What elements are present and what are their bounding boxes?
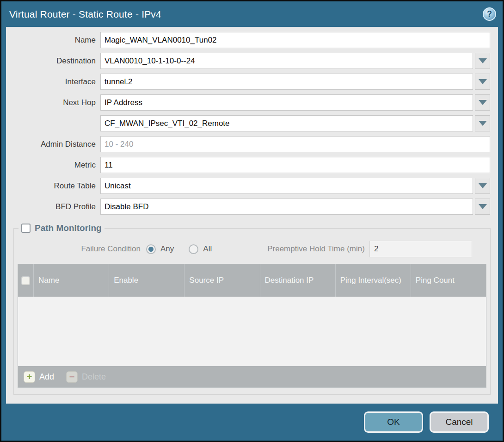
next-hop-type-input[interactable] — [100, 94, 473, 111]
failure-condition-label: Failure Condition — [18, 244, 146, 254]
route-table-label: Route Table — [6, 181, 100, 191]
path-monitoring-section: Path Monitoring Failure Condition Any Al… — [13, 223, 491, 395]
chevron-down-icon — [479, 79, 487, 84]
destination-dropdown-button[interactable] — [475, 53, 490, 69]
metric-input[interactable] — [100, 157, 490, 173]
radio-any[interactable]: Any — [146, 244, 174, 254]
column-header-source-ip[interactable]: Source IP — [184, 264, 260, 297]
dialog-window: Virtual Router - Static Route - IPv4 ? N… — [0, 0, 504, 442]
interface-dropdown-button[interactable] — [475, 74, 490, 90]
minus-icon: − — [66, 371, 78, 383]
metric-label: Metric — [6, 161, 100, 170]
delete-button[interactable]: − Delete — [66, 371, 106, 383]
preemptive-hold-time-label: Preemptive Hold Time (min) — [267, 244, 365, 254]
add-button[interactable]: + Add — [24, 371, 54, 383]
interface-input[interactable] — [100, 74, 473, 90]
next-hop-address-dropdown-button[interactable] — [475, 115, 490, 131]
form-row-route-table: Route Table — [6, 178, 490, 194]
form-row-name: Name — [6, 32, 490, 48]
name-label: Name — [6, 36, 100, 45]
column-header-ping-count[interactable]: Ping Count — [411, 264, 486, 297]
dialog-body: Name Destination Interface — [6, 27, 498, 404]
radio-any-circle[interactable] — [146, 244, 156, 254]
plus-icon: + — [24, 371, 35, 383]
table-header-row: Name Enable Source IP Destination IP Pin… — [18, 264, 486, 297]
destination-input[interactable] — [100, 53, 473, 69]
chevron-down-icon — [479, 121, 487, 126]
select-all-checkbox[interactable] — [22, 277, 30, 285]
column-header-destination-ip[interactable]: Destination IP — [260, 264, 336, 297]
failure-condition-radio-group: Any All — [146, 244, 212, 254]
column-header-ping-interval[interactable]: Ping Interval(sec) — [336, 264, 411, 297]
dialog-title: Virtual Router - Static Route - IPv4 — [9, 9, 161, 20]
titlebar: Virtual Router - Static Route - IPv4 ? — [1, 1, 503, 27]
form-row-interface: Interface — [6, 74, 490, 90]
radio-any-label: Any — [160, 244, 174, 254]
column-header-name[interactable]: Name — [34, 264, 109, 297]
form-row-bfd-profile: BFD Profile — [6, 199, 490, 215]
path-monitoring-checkbox[interactable] — [21, 224, 31, 233]
table-body-empty — [18, 297, 486, 366]
help-icon[interactable]: ? — [483, 7, 496, 21]
route-table-dropdown-button[interactable] — [475, 178, 490, 194]
bfd-profile-label: BFD Profile — [6, 202, 100, 212]
failure-condition-row: Failure Condition Any All Preemptive Hol… — [18, 241, 485, 257]
chevron-down-icon — [479, 183, 487, 188]
form-row-metric: Metric — [6, 157, 490, 173]
chevron-down-icon — [479, 204, 487, 209]
form-row-destination: Destination — [6, 53, 490, 69]
column-header-enable[interactable]: Enable — [109, 264, 184, 297]
next-hop-label: Next Hop — [6, 98, 100, 107]
form-row-next-hop-address — [6, 115, 490, 131]
path-monitoring-table: Name Enable Source IP Destination IP Pin… — [18, 264, 486, 388]
destination-label: Destination — [6, 56, 100, 66]
admin-distance-input[interactable] — [100, 136, 490, 152]
name-input[interactable] — [100, 32, 490, 48]
table-toolbar: + Add − Delete — [18, 366, 486, 387]
form-row-admin-distance: Admin Distance — [6, 136, 490, 152]
chevron-down-icon — [479, 58, 487, 63]
cancel-button[interactable]: Cancel — [430, 411, 489, 433]
radio-all[interactable]: All — [189, 244, 212, 254]
table-header-checkbox-cell — [18, 264, 34, 297]
preemptive-hold-time-input[interactable] — [369, 241, 472, 257]
path-monitoring-legend: Path Monitoring — [18, 223, 104, 233]
next-hop-address-input[interactable] — [100, 115, 473, 131]
route-table-input[interactable] — [100, 178, 473, 194]
chevron-down-icon — [479, 100, 487, 105]
interface-label: Interface — [6, 77, 100, 87]
next-hop-type-dropdown-button[interactable] — [475, 94, 490, 111]
form-row-next-hop: Next Hop — [6, 94, 490, 111]
ok-button[interactable]: OK — [364, 411, 423, 433]
dialog-footer: OK Cancel — [1, 404, 503, 441]
bfd-profile-input[interactable] — [100, 199, 473, 215]
path-monitoring-title: Path Monitoring — [35, 223, 102, 233]
delete-button-label: Delete — [82, 372, 106, 382]
bfd-profile-dropdown-button[interactable] — [475, 199, 490, 215]
admin-distance-label: Admin Distance — [6, 140, 100, 149]
radio-all-label: All — [203, 244, 212, 254]
add-button-label: Add — [39, 372, 54, 382]
radio-all-circle[interactable] — [189, 244, 198, 254]
